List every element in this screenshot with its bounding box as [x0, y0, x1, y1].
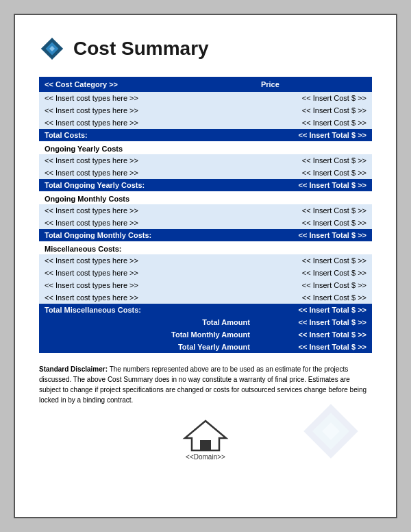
section-header-label: Ongoing Yearly Costs — [39, 141, 372, 154]
total-value: << Insert Total $ >> — [256, 179, 372, 191]
summary-value: << Insert Total $ >> — [256, 328, 372, 341]
total-row: Total Ongoing Monthly Costs: << Insert T… — [39, 229, 372, 241]
table-row: << Insert cost types here >> << Insert C… — [39, 154, 372, 167]
summary-value: << Insert Total $ >> — [256, 316, 372, 328]
cost-category-cell: << Insert cost types here >> — [39, 204, 256, 217]
cost-category-cell: << Insert cost types here >> — [39, 117, 256, 129]
summary-row: Total Amount << Insert Total $ >> — [39, 316, 372, 328]
cost-category-cell: << Insert cost types here >> — [39, 279, 256, 291]
cost-price-cell: << Insert Cost $ >> — [256, 92, 372, 104]
cost-category-cell: << Insert cost types here >> — [39, 104, 256, 117]
table-row: << Insert cost types here >> << Insert C… — [39, 291, 372, 304]
total-value: << Insert Total $ >> — [256, 229, 372, 241]
footer-domain-label: <<Domain>> — [186, 453, 225, 461]
total-label: Total Costs: — [39, 129, 256, 141]
cost-table: << Cost Category >> Price << Insert cost… — [39, 77, 372, 353]
total-label: Total Ongoing Monthly Costs: — [39, 229, 256, 241]
table-row: << Insert cost types here >> << Insert C… — [39, 279, 372, 291]
total-label: Total Ongoing Yearly Costs: — [39, 179, 256, 191]
cost-price-cell: << Insert Cost $ >> — [256, 217, 372, 229]
section-header-row: Ongoing Monthly Costs — [39, 191, 372, 204]
section-header-row: Ongoing Yearly Costs — [39, 141, 372, 154]
logo-icon — [39, 36, 65, 62]
summary-row: Total Yearly Amount << Insert Total $ >> — [39, 341, 372, 353]
section-header-label: Miscellaneous Costs: — [39, 241, 372, 254]
table-header-row: << Cost Category >> Price — [39, 77, 372, 92]
cost-price-cell: << Insert Cost $ >> — [256, 279, 372, 291]
cost-price-cell: << Insert Cost $ >> — [256, 291, 372, 304]
total-value: << Insert Total $ >> — [256, 304, 372, 316]
cost-category-cell: << Insert cost types here >> — [39, 92, 256, 104]
col-header-category: << Cost Category >> — [39, 77, 256, 92]
table-row: << Insert cost types here >> << Insert C… — [39, 117, 372, 129]
total-row: Total Miscellaneous Costs: << Insert Tot… — [39, 304, 372, 316]
cost-category-cell: << Insert cost types here >> — [39, 217, 256, 229]
table-row: << Insert cost types here >> << Insert C… — [39, 204, 372, 217]
col-header-price: Price — [256, 77, 372, 92]
table-row: << Insert cost types here >> << Insert C… — [39, 104, 372, 117]
table-row: << Insert cost types here >> << Insert C… — [39, 167, 372, 179]
table-row: << Insert cost types here >> << Insert C… — [39, 92, 372, 104]
page-title: Cost Summary — [73, 38, 209, 60]
summary-label: Total Yearly Amount — [39, 341, 256, 353]
table-row: << Insert cost types here >> << Insert C… — [39, 254, 372, 267]
header: Cost Summary — [39, 36, 372, 62]
cost-price-cell: << Insert Cost $ >> — [256, 117, 372, 129]
cost-price-cell: << Insert Cost $ >> — [256, 154, 372, 167]
summary-label: Total Monthly Amount — [39, 328, 256, 341]
total-label: Total Miscellaneous Costs: — [39, 304, 256, 316]
total-row: Total Costs: << Insert Total $ >> — [39, 129, 372, 141]
cost-category-cell: << Insert cost types here >> — [39, 267, 256, 279]
watermark-icon — [300, 400, 362, 462]
disclaimer: Standard Disclaimer: The numbers represe… — [39, 364, 372, 405]
cost-price-cell: << Insert Cost $ >> — [256, 254, 372, 267]
cost-category-cell: << Insert cost types here >> — [39, 154, 256, 167]
table-row: << Insert cost types here >> << Insert C… — [39, 267, 372, 279]
disclaimer-bold: Standard Disclaimer: — [39, 365, 108, 373]
cost-price-cell: << Insert Cost $ >> — [256, 104, 372, 117]
svg-rect-11 — [200, 440, 211, 450]
section-header-row: Miscellaneous Costs: — [39, 241, 372, 254]
total-value: << Insert Total $ >> — [256, 129, 372, 141]
total-row: Total Ongoing Yearly Costs: << Insert To… — [39, 179, 372, 191]
section-header-label: Ongoing Monthly Costs — [39, 191, 372, 204]
summary-value: << Insert Total $ >> — [256, 341, 372, 353]
cost-category-cell: << Insert cost types here >> — [39, 167, 256, 179]
table-row: << Insert cost types here >> << Insert C… — [39, 217, 372, 229]
page: Cost Summary << Cost Category >> Price <… — [14, 14, 397, 518]
summary-row: Total Monthly Amount << Insert Total $ >… — [39, 328, 372, 341]
cost-category-cell: << Insert cost types here >> — [39, 254, 256, 267]
cost-price-cell: << Insert Cost $ >> — [256, 267, 372, 279]
cost-category-cell: << Insert cost types here >> — [39, 291, 256, 304]
cost-price-cell: << Insert Cost $ >> — [256, 167, 372, 179]
footer-logo-icon — [182, 418, 229, 452]
cost-price-cell: << Insert Cost $ >> — [256, 204, 372, 217]
summary-label: Total Amount — [39, 316, 256, 328]
